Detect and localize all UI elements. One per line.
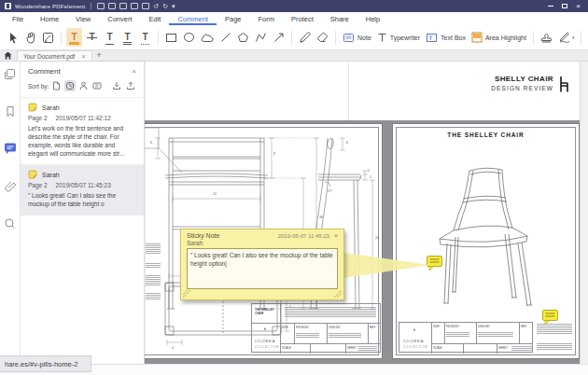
document-viewer: SHELLY CHAIR DESIGN REVIEW	[145, 62, 588, 364]
oval-shape-button[interactable]	[181, 28, 197, 47]
comments-panel-icon[interactable]	[4, 143, 17, 155]
search-icon[interactable]	[4, 217, 16, 229]
annotate-edit-button[interactable]	[40, 28, 56, 47]
popup-author: Sarah	[181, 239, 343, 248]
highlight-icon: T	[71, 33, 77, 42]
resize-handle-icon[interactable]	[182, 289, 191, 299]
sticky-note-popup[interactable]: Sticky Note 2019-05-07 11:45:23 × Sarah …	[180, 229, 344, 300]
highlight-tool-button[interactable]: T	[66, 28, 82, 47]
polygon-shape-button[interactable]	[235, 28, 251, 47]
menu-share[interactable]: Share	[322, 12, 357, 25]
caret-insert-icon: T	[142, 33, 147, 42]
quick-print-icon[interactable]	[131, 3, 138, 9]
menu-file[interactable]: File	[4, 12, 32, 25]
menu-home[interactable]: Home	[32, 12, 67, 25]
quick-save-icon[interactable]	[108, 3, 116, 9]
popup-close-icon[interactable]: ×	[334, 232, 338, 239]
eraser-tool-button[interactable]	[315, 28, 330, 47]
menu-form[interactable]: Form	[249, 12, 283, 25]
sort-by-type-button[interactable]	[91, 81, 103, 91]
dim-label: 24	[375, 236, 379, 239]
app-logo-icon	[5, 3, 11, 9]
import-comments-button[interactable]	[111, 80, 122, 91]
customize-toolbar-caret-icon[interactable]: ▾	[172, 3, 175, 9]
pentagon-icon	[237, 32, 249, 43]
document-tab-title: Your Document.pdf	[23, 53, 75, 60]
sticky-note-annotation-icon[interactable]	[542, 310, 558, 326]
sort-by-author-button[interactable]	[78, 80, 89, 91]
sort-bar: Sort by:	[21, 78, 144, 97]
pdfelement-window: Wondershare PDFelement ↺ ↻ ▾ × File Home…	[0, 0, 588, 375]
signature-tool-button[interactable]: ▾	[556, 28, 577, 47]
redo-icon[interactable]: ↻	[162, 3, 168, 9]
dim-label: 8	[273, 152, 275, 155]
document-tab[interactable]: Your Document.pdf ×	[17, 50, 92, 61]
app-name: Wondershare PDFelement	[15, 4, 85, 9]
quick-email-icon[interactable]	[119, 3, 127, 9]
minimize-button[interactable]	[548, 6, 553, 7]
menu-convert[interactable]: Convert	[99, 12, 140, 25]
menu-page[interactable]: Page	[217, 12, 250, 25]
sticky-note-annotation-icon[interactable]	[427, 256, 442, 271]
strikethrough-icon: T	[89, 33, 94, 42]
tab-close-icon[interactable]: ×	[81, 53, 85, 60]
bookmarks-icon[interactable]	[5, 105, 16, 118]
cloud-shape-button[interactable]	[199, 28, 216, 47]
resize-handle-icon[interactable]	[333, 289, 343, 299]
pencil-icon	[299, 32, 311, 44]
sort-by-page-button[interactable]	[51, 80, 62, 91]
comment-panel-close-icon[interactable]: ×	[132, 67, 136, 76]
comment-page: Page 2	[28, 115, 48, 121]
logo-letter: h	[264, 327, 266, 331]
hand-tool-button[interactable]	[22, 28, 38, 47]
comment-card[interactable]: Sarah Page 2 2019/05/07 11:42:12 Let's w…	[21, 97, 144, 164]
caret-insert-tool-button[interactable]: T	[137, 28, 153, 47]
note-tool-button[interactable]: Note	[341, 28, 373, 47]
eraser-icon	[316, 32, 329, 43]
connected-lines-icon	[255, 32, 267, 43]
stamp-tool-button[interactable]	[539, 28, 554, 47]
undo-icon[interactable]: ↺	[153, 3, 159, 9]
export-icon	[126, 81, 135, 90]
line-shape-button[interactable]	[217, 28, 233, 47]
home-tab-button[interactable]	[4, 51, 12, 60]
page-2-right: THE SHELLEY CHAIR	[393, 124, 579, 358]
select-tool-button[interactable]	[5, 28, 21, 47]
pencil-tool-button[interactable]	[297, 28, 313, 47]
squiggly-underline-tool-button[interactable]: T	[119, 28, 135, 47]
attachments-panel-icon[interactable]	[5, 180, 16, 192]
signature-dropdown-caret-icon[interactable]: ▾	[572, 35, 575, 40]
typewriter-tool-button[interactable]: Typewriter	[375, 28, 422, 47]
text-box-tool-button[interactable]: Text Box	[424, 28, 468, 47]
quick-snapshot-icon[interactable]	[142, 3, 149, 9]
close-window-button[interactable]: ×	[576, 3, 581, 10]
menu-help[interactable]: Help	[357, 12, 388, 25]
menu-edit[interactable]: Edit	[141, 12, 170, 25]
strikethrough-tool-button[interactable]: T	[84, 28, 100, 47]
popup-text-input[interactable]: " Looks great! Can I also see the mockup…	[187, 248, 338, 289]
underline-icon: T	[106, 33, 112, 42]
restore-button[interactable]	[562, 4, 567, 8]
menu-view[interactable]: View	[67, 12, 99, 25]
brand-block: SHELLY CHAIR DESIGN REVIEW	[491, 75, 553, 91]
new-tab-button[interactable]: +	[97, 50, 102, 60]
menu-comment[interactable]: Comment	[169, 12, 217, 25]
sort-by-date-button[interactable]	[64, 80, 76, 91]
underline-tool-button[interactable]: T	[102, 28, 118, 47]
arrow-shape-button[interactable]	[271, 28, 287, 47]
comment-page: Page 2	[28, 182, 48, 188]
page-thumbnails-icon[interactable]	[4, 68, 16, 80]
menu-protect[interactable]: Protect	[283, 12, 322, 25]
export-comments-button[interactable]	[125, 80, 136, 91]
previous-page-bottom: SHELLY CHAIR DESIGN REVIEW	[145, 62, 580, 120]
rectangle-shape-button[interactable]	[163, 28, 179, 47]
comment-card[interactable]: Sarah Page 2 2019/05/07 11:45:23 " Looks…	[21, 164, 144, 215]
area-highlight-tool-button[interactable]: Area Highlight	[469, 28, 528, 47]
logo-sub: C O L L E C T I V E	[255, 345, 279, 349]
margin-note-text	[146, 243, 161, 268]
polyline-shape-button[interactable]	[253, 28, 269, 47]
vertical-scrollbar[interactable]	[580, 62, 588, 364]
comment-text: Let's work on the first sentence and des…	[28, 124, 136, 158]
quick-open-icon[interactable]	[97, 3, 105, 9]
dim-label: 17°	[328, 189, 332, 192]
